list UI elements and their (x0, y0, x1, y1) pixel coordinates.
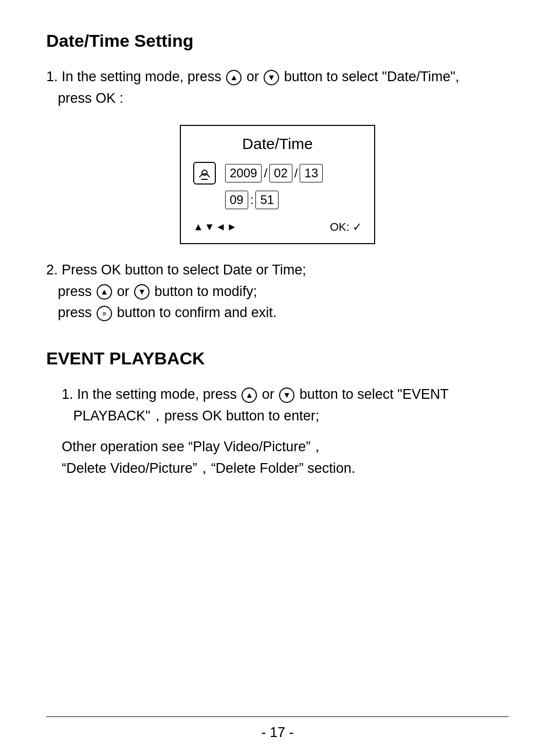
ok-label: OK: ✓ (330, 220, 362, 234)
ep-step2: Other operation see “Play Video/Picture”… (46, 436, 509, 480)
step2-line1: 2. Press OK button to select Date or Tim… (46, 262, 306, 278)
month-field: 02 (269, 164, 292, 182)
dialog-title: Date/Time (193, 135, 362, 153)
step1-intro: 1. In the setting mode, press (46, 69, 225, 84)
date-sep1: / (264, 166, 267, 180)
ep-step1-suf: button to select "EVENT (300, 386, 449, 402)
step2-down-icon: ▼ (134, 284, 150, 300)
time-colon: : (250, 193, 254, 207)
ep-step1-pre: 1. In the setting mode, press (62, 386, 240, 402)
dialog-footer: ▲▼◄► OK: ✓ (193, 220, 362, 234)
date-time-title: Date/Time Setting (46, 31, 509, 51)
up-button-icon: ▲ (226, 70, 242, 85)
date-sep2: / (294, 166, 298, 180)
down-button-icon: ▼ (264, 70, 279, 85)
page-content: Date/Time Setting 1. In the setting mode… (0, 0, 555, 520)
footer-divider (46, 716, 509, 717)
ep-step1: 1. In the setting mode, press ▲ or ▼ but… (46, 384, 509, 427)
dialog-date-row: 2009 / 02 / 13 (193, 162, 323, 185)
step2-line2-pre: press (46, 284, 96, 299)
event-playback-section: EVENT PLAYBACK 1. In the setting mode, p… (46, 348, 509, 479)
step2-line3-suf: button to confirm and exit. (117, 305, 277, 320)
step1-pressok: press OK : (46, 90, 123, 106)
date-fields: 2009 / 02 / 13 (225, 164, 323, 182)
ep-step2-line1: Other operation see “Play Video/Picture”… (62, 439, 324, 454)
arrow-icons: ▲▼◄► (193, 221, 238, 233)
step2-or: or (117, 284, 134, 299)
dialog-body: 2009 / 02 / 13 09 : 51 ▲▼◄► (193, 162, 362, 234)
step2-menu-icon: ≡ (97, 306, 112, 321)
minute-field: 51 (255, 191, 279, 209)
page-number: - 17 - (261, 725, 293, 740)
ep-step2-line2: “Delete Video/Picture”，“Delete Folder” s… (62, 460, 355, 476)
date-time-dialog: Date/Time 2009 / 02 (180, 125, 375, 244)
year-field: 2009 (225, 164, 262, 182)
ep-step1-or: or (262, 386, 279, 402)
step1-or: or (247, 69, 263, 84)
step2-line3-pre: press (46, 305, 96, 320)
date-time-section: Date/Time Setting 1. In the setting mode… (46, 31, 509, 324)
hour-field: 09 (225, 191, 248, 209)
ep-step1-line2: PLAYBACK"，press OK button to enter; (62, 408, 319, 423)
ep-down-icon: ▼ (279, 388, 294, 403)
step1-text: 1. In the setting mode, press ▲ or ▼ but… (46, 66, 509, 109)
ok-checkmark: ✓ (353, 220, 362, 233)
event-playback-title: EVENT PLAYBACK (46, 348, 509, 368)
day-field: 13 (300, 164, 323, 182)
calendar-icon (193, 162, 216, 185)
step1-suffix: button to select "Date/Time", (284, 69, 459, 84)
ep-up-icon: ▲ (242, 388, 257, 403)
step2-text: 2. Press OK button to select Date or Tim… (46, 260, 509, 324)
page-footer: - 17 - (0, 716, 555, 741)
step2-line2-suf: button to modify; (155, 284, 257, 299)
step2-up-icon: ▲ (97, 284, 112, 300)
time-row: 09 : 51 (225, 191, 279, 209)
